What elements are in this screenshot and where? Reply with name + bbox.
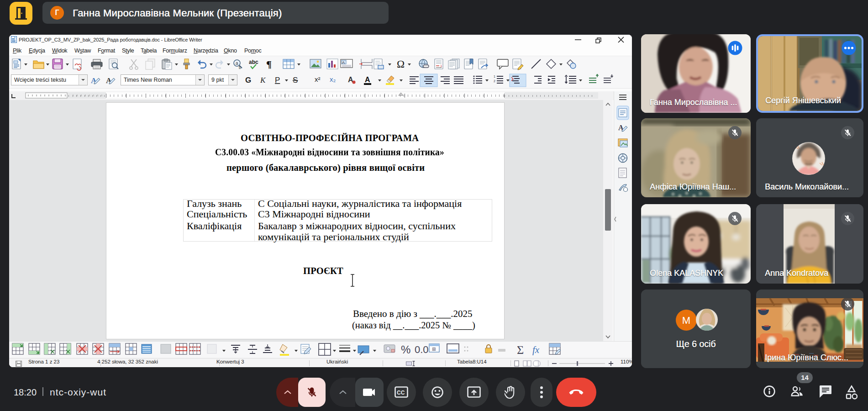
svg-text:abc: abc [249,59,258,65]
svg-text:G: G [245,76,251,84]
svg-text:P: P [275,76,280,84]
svg-text:CC: CC [397,390,405,396]
svg-text:x²: x² [315,75,321,83]
svg-text:%: % [401,343,410,356]
svg-text:fx: fx [532,344,540,355]
svg-text:A: A [342,60,345,65]
svg-text:⊞: ⊞ [432,347,436,352]
svg-text:x₂: x₂ [330,75,336,83]
svg-text:M: M [682,315,690,326]
svg-text:2: 2 [494,79,495,83]
svg-text:S: S [293,76,298,84]
svg-text:¶: ¶ [266,58,272,70]
svg-text:K: K [260,76,266,84]
svg-text:b: b [239,65,241,70]
svg-text:Ω: Ω [397,58,405,70]
svg-text:A: A [365,76,370,84]
svg-text:a: a [236,61,238,66]
svg-text:Σ: Σ [517,343,524,357]
svg-text:1: 1 [494,75,495,78]
svg-text:1: 1 [440,64,442,68]
svg-text:0.0: 0.0 [415,344,429,355]
